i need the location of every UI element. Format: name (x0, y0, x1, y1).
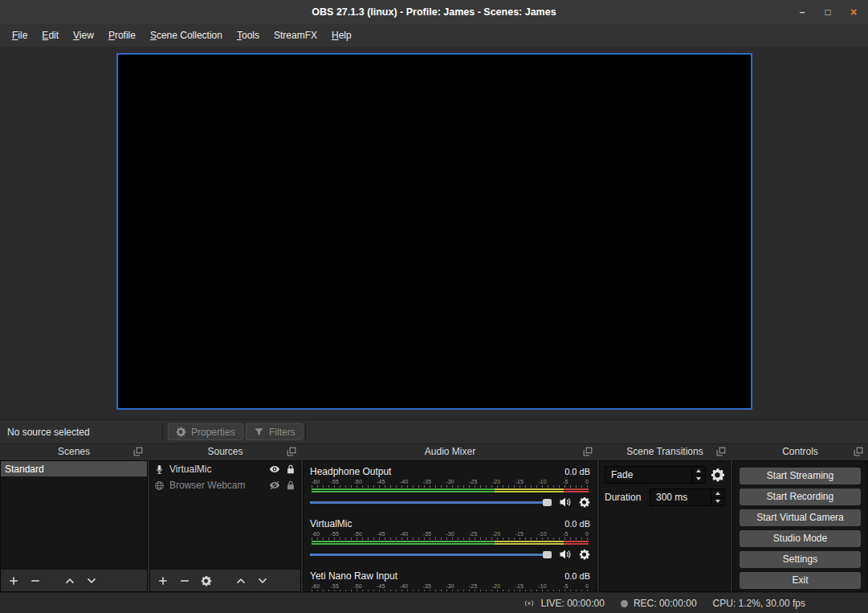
triangle-down-icon (696, 477, 701, 480)
transition-down-button[interactable] (692, 475, 705, 484)
menu-item-view[interactable]: View (66, 27, 101, 44)
remove-source-button[interactable] (179, 575, 190, 586)
triangle-up-icon (696, 469, 701, 472)
scale-tick: -5 (563, 530, 568, 537)
menu-item-tools[interactable]: Tools (230, 27, 267, 44)
channel-settings-button[interactable] (579, 497, 590, 508)
transition-up-button[interactable] (692, 467, 705, 475)
scene-down-button[interactable] (86, 575, 97, 586)
volume-slider-handle[interactable] (543, 499, 552, 506)
scale-tick: -25 (469, 530, 477, 537)
scale-tick: -10 (538, 582, 546, 590)
meter-scale: -60-55-50-45-40-35-30-25-20-15-10-50 (312, 582, 589, 590)
volume-meter (312, 488, 589, 492)
scale-tick: -60 (312, 478, 320, 485)
source-up-button[interactable] (235, 575, 247, 586)
filters-label: Filters (269, 427, 295, 438)
menu-bar: FileEditViewProfileScene CollectionTools… (0, 24, 868, 47)
scene-transitions-dock-title: Scene Transitions (626, 446, 703, 457)
controls-dock-title: Controls (782, 446, 818, 457)
add-source-button[interactable] (157, 575, 169, 586)
transition-settings-button[interactable] (711, 468, 725, 482)
scale-tick: -30 (446, 530, 454, 537)
scale-tick: -45 (377, 530, 385, 537)
scale-tick: -55 (331, 478, 339, 485)
source-name: Browser Webcam (169, 480, 264, 491)
scene-up-button[interactable] (64, 575, 75, 586)
duration-up-button[interactable] (711, 489, 724, 497)
scale-tick: -40 (400, 478, 408, 485)
start-recording-button[interactable]: Start Recording (740, 488, 861, 505)
channel-db-value: 0.0 dB (564, 519, 590, 529)
scale-tick: -15 (516, 582, 524, 590)
scale-tick: -50 (353, 582, 361, 590)
menu-item-file[interactable]: File (5, 27, 35, 44)
popout-icon[interactable] (287, 447, 296, 456)
transition-select[interactable]: Fade (605, 466, 706, 484)
workspace (0, 47, 868, 419)
settings-button[interactable]: Settings (740, 551, 861, 568)
triangle-up-icon (715, 492, 720, 495)
scale-tick: 0 (585, 582, 589, 590)
menu-item-edit[interactable]: Edit (35, 27, 66, 44)
audio-mixer-dock-header: Audio Mixer (303, 443, 597, 460)
menu-item-scene-collection[interactable]: Scene Collection (143, 27, 230, 44)
title-bar: OBS 27.1.3 (linux) - Profile: James - Sc… (0, 0, 868, 25)
scale-tick: -5 (563, 478, 568, 485)
popout-icon[interactable] (583, 447, 593, 456)
scale-tick: -50 (353, 478, 361, 485)
duration-spinner (711, 489, 724, 505)
scenes-toolbar (0, 570, 148, 592)
window-controls: – □ × (796, 0, 860, 24)
mixer-channel-virtualmic: VirtualMic0.0 dB-60-55-50-45-40-35-30-25… (304, 515, 597, 564)
scale-tick: -5 (563, 582, 568, 590)
volume-slider-handle[interactable] (543, 551, 552, 558)
scenes-dock: Scenes Standard (0, 443, 148, 592)
properties-button[interactable]: Properties (168, 423, 243, 440)
volume-slider[interactable] (310, 550, 552, 559)
exit-button[interactable]: Exit (740, 572, 861, 589)
popout-icon[interactable] (854, 447, 863, 456)
source-properties-button[interactable] (201, 575, 212, 586)
visibility-off-icon[interactable] (269, 480, 280, 491)
scale-tick: -15 (516, 530, 524, 537)
scale-tick: -20 (492, 582, 500, 590)
remove-scene-button[interactable] (30, 575, 41, 586)
mute-button[interactable] (559, 496, 572, 509)
maximize-button[interactable]: □ (821, 6, 834, 18)
close-button[interactable]: × (847, 6, 860, 18)
start-virtual-camera-button[interactable]: Start Virtual Camera (740, 509, 861, 526)
popout-icon[interactable] (716, 447, 726, 456)
lock-icon[interactable] (285, 464, 296, 475)
scene-transitions-body: Fade Duration 300 ms (599, 460, 731, 592)
menu-item-help[interactable]: Help (324, 27, 359, 44)
filters-button[interactable]: Filters (246, 423, 304, 440)
source-item-virtualmic[interactable]: VirtualMic (150, 461, 300, 477)
scale-tick: -20 (492, 530, 500, 537)
properties-label: Properties (191, 427, 235, 438)
duration-row: Duration 300 ms (605, 488, 725, 506)
channel-settings-button[interactable] (579, 549, 590, 560)
mute-button[interactable] (559, 548, 572, 561)
minimize-button[interactable]: – (796, 6, 809, 18)
duration-label: Duration (605, 492, 645, 503)
source-item-browser-webcam[interactable]: Browser Webcam (150, 477, 300, 493)
scale-tick: -40 (400, 530, 408, 537)
duration-down-button[interactable] (711, 497, 724, 506)
menu-item-profile[interactable]: Profile (101, 27, 143, 44)
scene-item-standard[interactable]: Standard (1, 461, 147, 476)
scale-tick: -55 (331, 582, 339, 590)
menu-item-streamfx[interactable]: StreamFX (267, 27, 324, 44)
controls-dock-header: Controls (732, 443, 868, 460)
add-scene-button[interactable] (8, 575, 19, 586)
source-down-button[interactable] (257, 575, 268, 586)
studio-mode-button[interactable]: Studio Mode (740, 530, 861, 547)
lock-icon[interactable] (285, 480, 296, 491)
start-streaming-button[interactable]: Start Streaming (740, 468, 861, 484)
popout-icon[interactable] (133, 447, 143, 456)
visibility-icon[interactable] (269, 464, 280, 475)
preview-canvas[interactable] (116, 53, 752, 410)
scenes-dock-header: Scenes (0, 443, 148, 460)
volume-slider[interactable] (310, 497, 552, 507)
duration-spinbox[interactable]: 300 ms (650, 488, 725, 506)
